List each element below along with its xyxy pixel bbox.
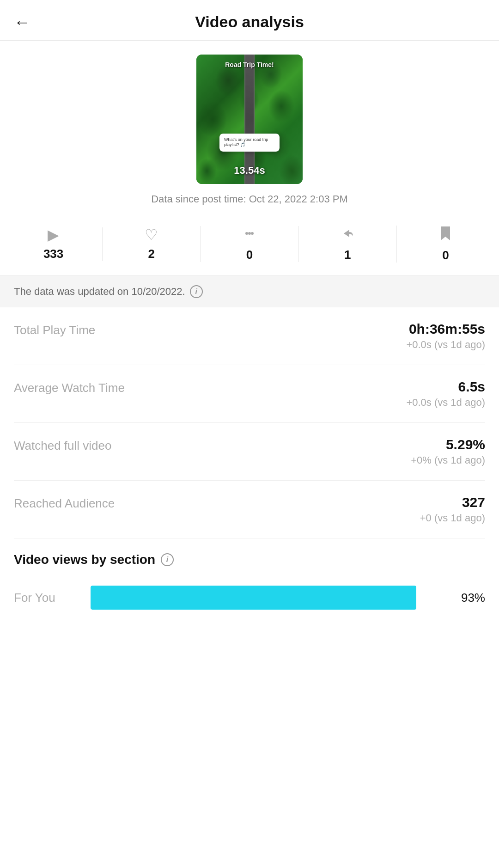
page-title: Video analysis	[195, 13, 304, 31]
metric-sub-total-play-time: +0.0s (vs 1d ago)	[406, 339, 485, 351]
thumbnail-card-text: What's on your road trip playlist? 🎵	[224, 137, 275, 148]
heart-icon: ♡	[145, 227, 158, 242]
stat-value-likes: 2	[148, 247, 155, 261]
thumbnail-duration: 13.54s	[196, 165, 303, 177]
metric-label-reached-audience: Reached Audience	[14, 495, 115, 511]
metric-main-watched-full: 5.29%	[411, 437, 485, 452]
bar-row-for-you: For You 93%	[14, 581, 485, 614]
metric-main-reached-audience: 327	[420, 495, 485, 510]
metric-avg-watch-time: Average Watch Time 6.5s +0.0s (vs 1d ago…	[14, 365, 485, 423]
bar-label-for-you: For You	[14, 591, 83, 605]
bar-track-for-you	[91, 586, 441, 610]
metric-label-total-play-time: Total Play Time	[14, 321, 95, 337]
metric-total-play-time: Total Play Time 0h:36m:55s +0.0s (vs 1d …	[14, 307, 485, 365]
metric-values-total-play-time: 0h:36m:55s +0.0s (vs 1d ago)	[406, 321, 485, 351]
update-notice: The data was updated on 10/20/2022. i	[0, 276, 499, 307]
thumbnail-section: Road Trip Time! What's on your road trip…	[0, 41, 499, 213]
metric-sub-watched-full: +0% (vs 1d ago)	[411, 454, 485, 466]
bookmark-icon	[439, 226, 452, 244]
svg-point-0	[245, 232, 248, 235]
stat-value-shares: 1	[344, 248, 351, 262]
stat-comments: 0	[200, 226, 298, 262]
metric-values-watched-full: 5.29% +0% (vs 1d ago)	[411, 437, 485, 466]
views-info-icon[interactable]: i	[161, 553, 174, 566]
thumbnail-card: What's on your road trip playlist? 🎵	[219, 134, 280, 152]
views-title-row: Video views by section i	[14, 552, 485, 567]
bar-fill-for-you	[91, 586, 416, 610]
metric-values-avg-watch-time: 6.5s +0.0s (vs 1d ago)	[406, 379, 485, 409]
stat-shares: 1	[298, 226, 396, 262]
metrics-section: Total Play Time 0h:36m:55s +0.0s (vs 1d …	[0, 307, 499, 538]
metric-sub-reached-audience: +0 (vs 1d ago)	[420, 512, 485, 524]
stats-row: ▶ 333 ♡ 2 0 1 0	[0, 213, 499, 276]
svg-point-2	[251, 232, 254, 235]
post-time: Data since post time: Oct 22, 2022 2:03 …	[151, 193, 348, 205]
back-button[interactable]: ←	[14, 12, 30, 32]
stat-value-saves: 0	[442, 248, 449, 263]
metric-label-watched-full: Watched full video	[14, 437, 111, 453]
views-section-title: Video views by section	[14, 552, 155, 567]
stat-likes: ♡ 2	[102, 227, 200, 261]
share-icon	[340, 226, 355, 243]
video-thumbnail[interactable]: Road Trip Time! What's on your road trip…	[196, 55, 303, 184]
play-icon: ▶	[48, 227, 59, 242]
metric-main-avg-watch-time: 6.5s	[406, 379, 485, 395]
thumbnail-overlay-text: Road Trip Time!	[196, 61, 303, 68]
views-section: Video views by section i For You 93%	[0, 538, 499, 614]
metric-values-reached-audience: 327 +0 (vs 1d ago)	[420, 495, 485, 524]
comment-icon	[242, 226, 257, 243]
stat-value-comments: 0	[246, 248, 253, 262]
header: ← Video analysis	[0, 0, 499, 41]
stat-views: ▶ 333	[5, 227, 102, 261]
stat-value-views: 333	[43, 247, 63, 261]
stat-saves: 0	[396, 226, 494, 263]
update-notice-text: The data was updated on 10/20/2022.	[14, 286, 185, 298]
svg-point-1	[248, 232, 251, 235]
metric-reached-audience: Reached Audience 327 +0 (vs 1d ago)	[14, 481, 485, 538]
metric-label-avg-watch-time: Average Watch Time	[14, 379, 125, 395]
info-icon[interactable]: i	[190, 285, 203, 298]
metric-main-total-play-time: 0h:36m:55s	[406, 321, 485, 337]
bar-pct-for-you: 93%	[448, 591, 485, 605]
metric-sub-avg-watch-time: +0.0s (vs 1d ago)	[406, 397, 485, 409]
metric-watched-full: Watched full video 5.29% +0% (vs 1d ago)	[14, 423, 485, 481]
